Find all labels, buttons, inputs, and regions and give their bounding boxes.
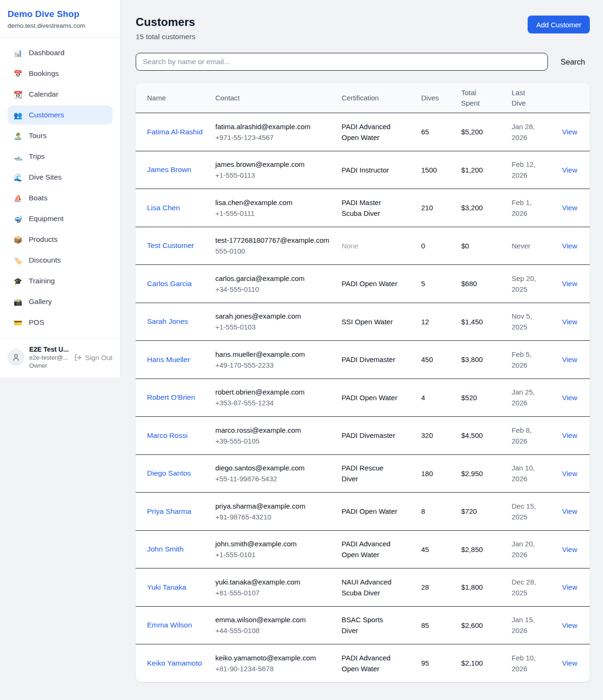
customer-name-link[interactable]: Fatima Al-Rashid <box>147 128 203 136</box>
sidebar-item-products[interactable]: 📦Products <box>8 230 113 249</box>
customer-name-link[interactable]: Hans Mueller <box>147 355 190 363</box>
certification-cell: PADI Rescue Diver <box>342 462 407 485</box>
sidebar-item-calendar[interactable]: 📆Calendar <box>8 85 113 104</box>
view-link[interactable]: View <box>562 659 577 667</box>
certification-cell: PADI Open Water <box>342 278 407 289</box>
customer-name-link[interactable]: Robert O'Brien <box>147 393 195 401</box>
search-button[interactable]: Search <box>561 58 590 66</box>
package-icon: 📦 <box>13 236 23 243</box>
certification-cell: PADI Advanced Open Water <box>342 121 407 143</box>
sidebar-item-gallery[interactable]: 📸Gallery <box>8 292 113 311</box>
total-spent-cell: $2,850 <box>461 544 512 555</box>
customer-name-link[interactable]: Diego Santos <box>147 469 191 477</box>
view-link[interactable]: View <box>562 507 577 515</box>
table-row: Robert O'Brienrobert.obrien@example.com+… <box>136 379 590 417</box>
customer-phone: +81-555-0107 <box>215 587 334 598</box>
name-cell: Emma Wilson <box>147 619 215 631</box>
view-link[interactable]: View <box>562 166 577 174</box>
customer-email: priya.sharma@example.com <box>215 501 334 511</box>
dives-cell: 320 <box>421 430 461 441</box>
sidebar-item-boats[interactable]: ⛵Boats <box>8 189 113 207</box>
diving-mask-icon: 🤿 <box>13 215 23 222</box>
table-header: NameContactCertificationDivesTotal Spent… <box>136 83 590 113</box>
view-link[interactable]: View <box>562 469 577 478</box>
customer-email: carlos.garcia@example.com <box>215 273 334 284</box>
customer-name-link[interactable]: Lisa Chen <box>147 204 180 212</box>
contact-cell: emma.wilson@example.com+44-555-0108 <box>215 614 342 636</box>
certification-cell: PADI Open Water <box>342 506 407 517</box>
view-link[interactable]: View <box>562 128 577 136</box>
sidebar-item-label: Calendar <box>29 90 58 99</box>
customer-name-link[interactable]: John Smith <box>147 545 184 553</box>
add-customer-button[interactable]: Add Customer <box>528 16 590 33</box>
last-dive-cell: Jan 28, 2026 <box>512 121 544 143</box>
view-link[interactable]: View <box>562 318 577 326</box>
customer-name-link[interactable]: Test Customer <box>147 241 194 249</box>
customer-name-link[interactable]: Yuki Tanaka <box>147 583 186 591</box>
customer-name-link[interactable]: James Brown <box>147 165 191 173</box>
name-cell: Marco Rossi <box>147 430 215 441</box>
customer-phone: 555-0100 <box>215 246 334 256</box>
sidebar: Demo Dive Shop demo.test.divestreams.com… <box>0 0 121 378</box>
action-cell: View <box>562 544 585 555</box>
sidebar-item-discounts[interactable]: 🏷️Discounts <box>8 251 113 270</box>
action-cell: View <box>562 620 585 631</box>
view-link[interactable]: View <box>562 545 577 553</box>
last-dive-cell: Feb 1, 2026 <box>512 197 544 219</box>
customer-name-link[interactable]: Carlos Garcia <box>147 280 192 288</box>
sidebar-item-dashboard[interactable]: 📊Dashboard <box>8 43 113 62</box>
customer-name-link[interactable]: Keiko Yamamoto <box>147 659 202 667</box>
contact-cell: fatima.alrashid@example.com+971-55-123-4… <box>215 121 342 143</box>
sidebar-item-dive-sites[interactable]: 🌊Dive Sites <box>8 168 113 187</box>
total-spent-cell: $1,450 <box>461 316 512 327</box>
customer-name-link[interactable]: Priya Sharma <box>147 507 191 515</box>
contact-cell: marco.rossi@example.com+39-555-0105 <box>215 425 342 447</box>
search-input[interactable] <box>136 53 548 71</box>
dives-cell: 8 <box>421 506 461 517</box>
user-email: e2e-tester@... <box>29 354 69 361</box>
view-link[interactable]: View <box>562 583 577 591</box>
sidebar-item-pos[interactable]: 💳POS <box>8 313 113 332</box>
sidebar-item-training[interactable]: 🎓Training <box>8 272 113 290</box>
last-dive-cell: Feb 12, 2026 <box>512 159 544 181</box>
certification-cell: NAUI Advanced Scuba Diver <box>342 576 407 599</box>
view-link[interactable]: View <box>562 204 577 212</box>
customer-name-link[interactable]: Sarah Jones <box>147 317 188 325</box>
total-spent-cell: $2,950 <box>461 468 512 479</box>
sign-out-label: Sign Out <box>85 354 113 362</box>
action-cell: View <box>562 240 585 251</box>
customer-phone: +971-55-123-4567 <box>215 132 334 143</box>
table-row: Marco Rossimarco.rossi@example.com+39-55… <box>136 416 590 454</box>
table-row: James Brownjames.brown@example.com+1-555… <box>136 151 590 189</box>
view-link[interactable]: View <box>562 394 577 402</box>
view-link[interactable]: View <box>562 355 577 363</box>
sidebar-item-label: Trips <box>29 152 45 161</box>
sidebar-item-tours[interactable]: 🏝️Tours <box>8 126 113 145</box>
sidebar-item-bookings[interactable]: 📅Bookings <box>8 64 113 83</box>
contact-cell: diego.santos@example.com+55-11-99876-543… <box>215 462 342 485</box>
sidebar-item-label: Training <box>29 277 55 285</box>
camera-icon: 📸 <box>13 298 23 305</box>
customer-name-link[interactable]: Marco Rossi <box>147 431 187 439</box>
view-link[interactable]: View <box>562 431 577 439</box>
sidebar-item-equipment[interactable]: 🤿Equipment <box>8 209 113 228</box>
view-link[interactable]: View <box>562 242 577 250</box>
view-link[interactable]: View <box>562 280 577 288</box>
dives-cell: 1500 <box>421 165 461 175</box>
island-icon: 🏝️ <box>13 132 23 140</box>
name-cell: Sarah Jones <box>147 316 215 327</box>
sign-out-button[interactable]: Sign Out <box>74 354 113 362</box>
sidebar-item-label: Customers <box>29 111 64 119</box>
customers-table: NameContactCertificationDivesTotal Spent… <box>136 83 590 682</box>
sidebar-item-trips[interactable]: 🛥️Trips <box>8 147 113 166</box>
sidebar-item-customers[interactable]: 👥Customers <box>8 106 113 124</box>
dives-cell: 28 <box>421 582 461 593</box>
customer-email: yuki.tanaka@example.com <box>215 576 334 587</box>
search-row: Search <box>136 53 590 71</box>
view-link[interactable]: View <box>562 621 577 629</box>
name-cell: Keiko Yamamoto <box>147 658 215 669</box>
action-cell: View <box>562 278 585 289</box>
customer-name-link[interactable]: Emma Wilson <box>147 621 192 629</box>
customer-email: emma.wilson@example.com <box>215 614 334 625</box>
total-spent-cell: $2,100 <box>461 658 512 668</box>
